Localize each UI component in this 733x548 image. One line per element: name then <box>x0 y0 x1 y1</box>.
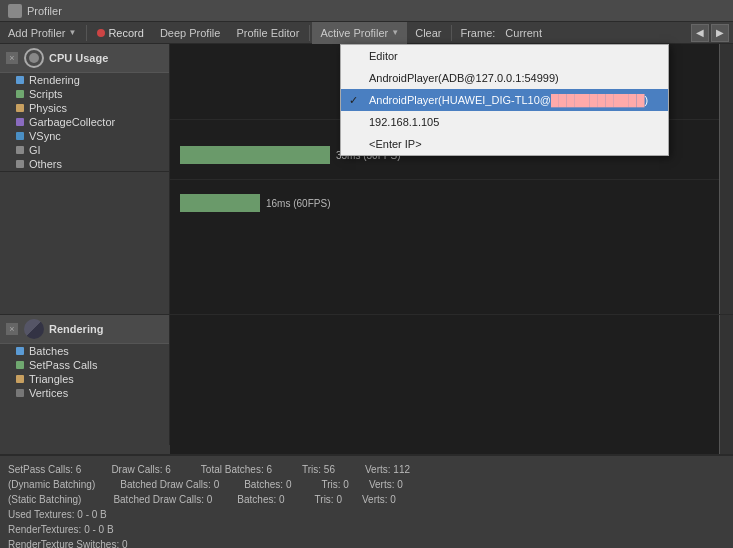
record-label: Record <box>108 27 143 39</box>
active-profiler-label: Active Profiler <box>320 27 388 39</box>
rendering-scrollbar[interactable] <box>719 315 733 454</box>
stat-static-batch: (Static Batching) <box>8 492 81 507</box>
gc-label: GarbageCollector <box>29 116 115 128</box>
triangles-label: Triangles <box>29 373 74 385</box>
tree-rendering[interactable]: Rendering <box>0 73 169 87</box>
stat-tris-2: Tris: 0 <box>315 492 342 507</box>
stats-row3: (Static Batching) Batched Draw Calls: 0 … <box>8 492 725 507</box>
cpu-icon-inner <box>29 53 39 63</box>
dropdown-item-enter-ip-label: <Enter IP> <box>369 138 422 150</box>
deep-profile-label: Deep Profile <box>160 27 221 39</box>
batches-color <box>16 347 24 355</box>
bar-30fps <box>180 146 330 164</box>
gi-label: GI <box>29 144 41 156</box>
stat-batched-draw1: Batched Draw Calls: 0 <box>120 477 219 492</box>
nav-prev-button[interactable]: ◀ <box>691 24 709 42</box>
tree-batches[interactable]: Batches <box>0 344 169 358</box>
stat-setpass: SetPass Calls: 6 <box>8 462 81 477</box>
tree-setpass[interactable]: SetPass Calls <box>0 358 169 372</box>
stat-total-batches: Total Batches: 6 <box>201 462 272 477</box>
dropdown-item-ip-label: 192.168.1.105 <box>369 116 439 128</box>
rendering-icon <box>24 319 44 339</box>
stat-batches-2: Batches: 0 <box>237 492 284 507</box>
rendering-section-title: Rendering <box>49 323 103 335</box>
profile-editor-label: Profile Editor <box>236 27 299 39</box>
stats-row1: SetPass Calls: 6 Draw Calls: 6 Total Bat… <box>8 462 725 477</box>
active-profiler-dropdown: Editor AndroidPlayer(ADB@127.0.0.1:54999… <box>340 44 669 156</box>
profile-editor-button[interactable]: Profile Editor <box>228 22 307 44</box>
vsync-label: VSync <box>29 130 61 142</box>
active-profiler-button[interactable]: Active Profiler ▼ <box>312 22 407 44</box>
vertices-label: Vertices <box>29 387 68 399</box>
bar-60fps <box>180 194 260 212</box>
graph-scrollbar[interactable] <box>719 44 733 314</box>
cpu-close-button[interactable]: × <box>6 52 18 64</box>
dropdown-item-android-huawei[interactable]: AndroidPlayer(HUAWEI_DIG-TL10@██████████… <box>341 89 668 111</box>
vsync-color <box>16 132 24 140</box>
others-color <box>16 160 24 168</box>
record-button[interactable]: Record <box>89 22 151 44</box>
rendering-label: Rendering <box>29 74 80 86</box>
active-profiler-arrow: ▼ <box>391 28 399 37</box>
profiler-icon <box>8 4 22 18</box>
nav-arrows: ◀ ▶ <box>691 24 733 42</box>
dropdown-item-android-adb-label: AndroidPlayer(ADB@127.0.0.1:54999) <box>369 72 559 84</box>
dropdown-item-editor-label: Editor <box>369 50 398 62</box>
stat-verts-header: Verts: 112 <box>365 462 410 477</box>
stat-dynamic-batch: (Dynamic Batching) <box>8 477 95 492</box>
tree-scripts[interactable]: Scripts <box>0 87 169 101</box>
add-profiler-button[interactable]: Add Profiler ▼ <box>0 22 84 44</box>
deep-profile-button[interactable]: Deep Profile <box>152 22 229 44</box>
cpu-icon <box>24 48 44 68</box>
stat-tris-1: Tris: 0 <box>321 477 348 492</box>
nav-next-button[interactable]: ▶ <box>711 24 729 42</box>
stat-verts-1: Verts: 0 <box>369 477 403 492</box>
title-bar-text: Profiler <box>27 5 62 17</box>
stat-tris-header: Tris: 56 <box>302 462 335 477</box>
tree-physics[interactable]: Physics <box>0 101 169 115</box>
second-section: × Rendering Batches SetPass Calls Triang… <box>0 314 733 454</box>
stat-used-tex: Used Textures: 0 - 0 B <box>8 507 725 522</box>
tree-vertices[interactable]: Vertices <box>0 386 169 400</box>
stat-render-switch: RenderTexture Switches: 0 <box>8 537 725 548</box>
gc-color <box>16 118 24 126</box>
cpu-header: × CPU Usage <box>0 44 169 73</box>
physics-color <box>16 104 24 112</box>
rendering-sidebar: × Rendering Batches SetPass Calls Triang… <box>0 315 170 445</box>
stat-draw-calls: Draw Calls: 6 <box>111 462 170 477</box>
bar-row-60fps: 16ms (60FPS) <box>180 194 693 212</box>
scripts-color <box>16 90 24 98</box>
record-dot <box>97 29 105 37</box>
dropdown-ip-text: ████████████ <box>551 94 645 106</box>
dropdown-item-android-huawei-label: AndroidPlayer(HUAWEI_DIG-TL10@██████████… <box>369 94 648 106</box>
stats-bar: SetPass Calls: 6 Draw Calls: 6 Total Bat… <box>0 454 733 548</box>
rendering-close-button[interactable]: × <box>6 323 18 335</box>
clear-button[interactable]: Clear <box>407 22 449 44</box>
vertices-color <box>16 389 24 397</box>
tree-vsync[interactable]: VSync <box>0 129 169 143</box>
physics-label: Physics <box>29 102 67 114</box>
dropdown-item-android-adb[interactable]: AndroidPlayer(ADB@127.0.0.1:54999) <box>341 67 668 89</box>
dropdown-item-editor[interactable]: Editor <box>341 45 668 67</box>
rendering-color <box>16 76 24 84</box>
dropdown-item-enter-ip[interactable]: <Enter IP> <box>341 133 668 155</box>
tree-triangles[interactable]: Triangles <box>0 372 169 386</box>
stats-row2: (Dynamic Batching) Batched Draw Calls: 0… <box>8 477 725 492</box>
add-profiler-label: Add Profiler <box>8 27 65 39</box>
rendering-graph <box>170 315 733 454</box>
tree-gc[interactable]: GarbageCollector <box>0 115 169 129</box>
toolbar: Add Profiler ▼ Record Deep Profile Profi… <box>0 22 733 44</box>
dropdown-item-ip[interactable]: 192.168.1.105 <box>341 111 668 133</box>
sep3 <box>451 25 452 41</box>
rendering-header: × Rendering <box>0 315 169 344</box>
batches-label: Batches <box>29 345 69 357</box>
tree-others[interactable]: Others <box>0 157 169 171</box>
triangles-color <box>16 375 24 383</box>
title-bar: Profiler <box>0 0 733 22</box>
stat-batches-1: Batches: 0 <box>244 477 291 492</box>
gi-color <box>16 146 24 154</box>
current-label: Current <box>501 27 546 39</box>
tree-gi[interactable]: GI <box>0 143 169 157</box>
sep2 <box>309 25 310 41</box>
stat-verts-2: Verts: 0 <box>362 492 396 507</box>
